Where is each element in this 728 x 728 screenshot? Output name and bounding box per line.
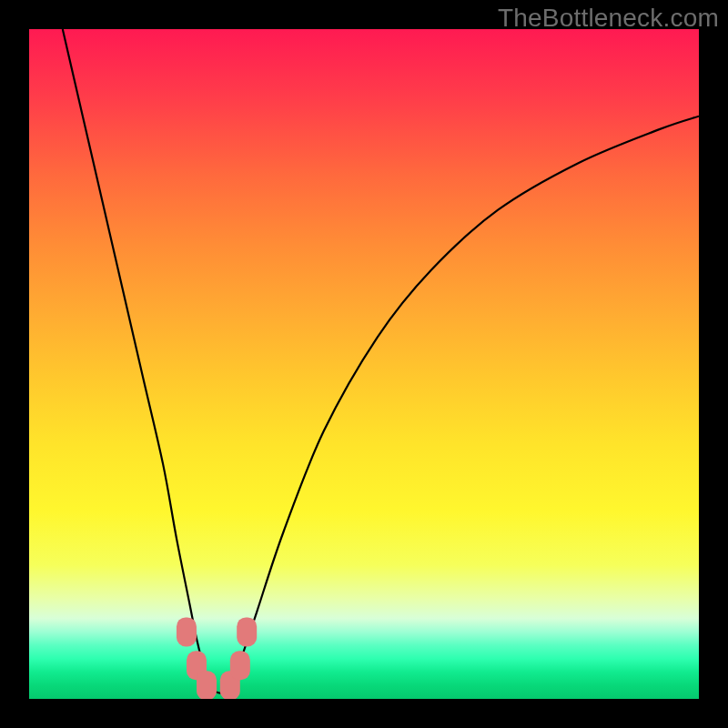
marker-left-upper	[177, 617, 197, 646]
watermark-text: TheBottleneck.com	[498, 4, 719, 33]
marker-right-upper	[237, 617, 257, 646]
plot-area	[29, 29, 699, 699]
marker-bottom-left	[197, 671, 217, 699]
chart-frame: TheBottleneck.com	[0, 0, 728, 728]
marker-right-lower	[230, 651, 250, 680]
curve-markers	[29, 29, 699, 699]
